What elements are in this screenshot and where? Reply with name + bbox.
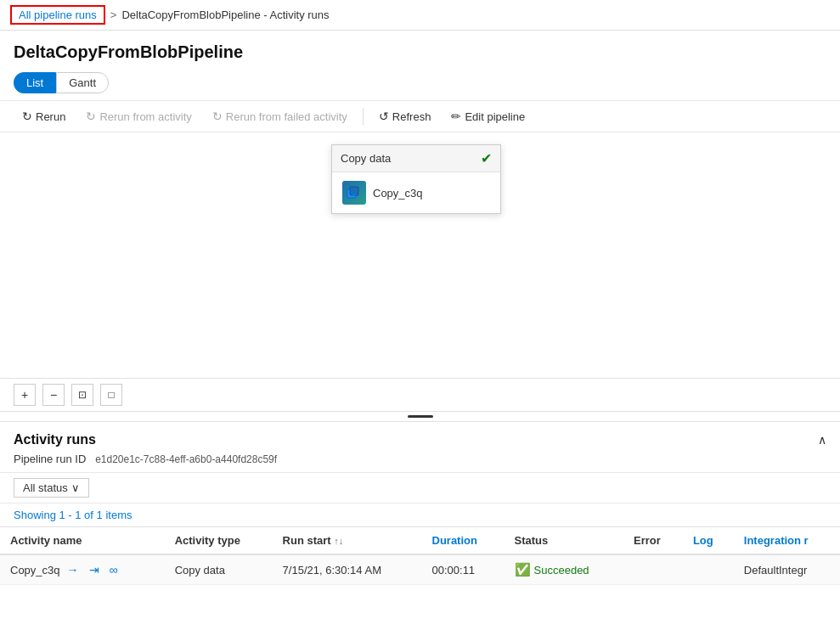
status-filter-label: All status [23,481,68,494]
toolbar: ↻ Rerun ↻ Rerun from activity ↻ Rerun fr… [0,100,840,132]
col-activity-type: Activity type [165,527,273,555]
showing-count: Showing 1 - 1 of 1 items [0,503,840,526]
page-title: DeltaCopyFromBlobPipeline [0,31,840,69]
rerun-failed-icon: ↻ [212,110,223,123]
edit-pipeline-button[interactable]: ✏ Edit pipeline [443,106,533,127]
edit-pipeline-label: Edit pipeline [465,110,525,123]
activity-runs-section: Activity runs ∧ Pipeline run ID e1d20e1c… [0,422,840,585]
rerun-icon: ↻ [22,110,32,123]
cell-log[interactable] [683,554,734,585]
cell-status: ✅ Succeeded [505,554,623,585]
zoom-out-button[interactable]: − [42,384,65,406]
activity-success-icon: ✔ [481,150,492,166]
col-log: Log [683,527,734,555]
cell-integration-runtime: DefaultIntegr [734,554,840,585]
table-body: Copy_c3q → ⇥ ∞ Copy data 7/15/21, 6:30:1… [0,554,840,585]
pipeline-run-id-label: Pipeline run ID [14,453,86,465]
activity-popup-name: Copy_c3q [373,187,423,200]
col-integration-runtime: Integration r [734,527,840,555]
zoom-in-button[interactable]: + [14,384,36,406]
table-row: Copy_c3q → ⇥ ∞ Copy data 7/15/21, 6:30:1… [0,554,840,585]
rerun-from-activity-button[interactable]: ↻ Rerun from activity [77,106,200,127]
activity-runs-header: Activity runs ∧ [0,422,840,451]
breadcrumb-separator: > [110,8,117,21]
toolbar-divider [363,108,364,125]
fit-screen-button[interactable]: ⊡ [71,384,93,406]
refresh-icon: ↺ [379,110,389,123]
cell-run-start: 7/15/21, 6:30:14 AM [273,554,422,585]
cell-error [623,554,683,585]
rerun-activity-icon: ↻ [86,110,96,123]
col-run-start[interactable]: Run start ↑↓ [273,527,422,555]
reset-view-button[interactable]: □ [100,384,122,406]
rerun-button[interactable]: ↻ Rerun [14,106,74,127]
chevron-down-icon: ∨ [71,481,80,494]
gantt-view-button[interactable]: Gantt [56,72,109,93]
col-activity-name: Activity name [0,527,165,555]
breadcrumb-all-runs[interactable]: All pipeline runs [10,5,105,25]
rerun-from-failed-button[interactable]: ↻ Rerun from failed activity [204,106,356,127]
details-icon[interactable]: ∞ [110,563,118,577]
view-toggle: List Gantt [0,69,840,100]
col-error: Error [623,527,683,555]
copy-data-icon [342,181,366,205]
col-duration: Duration [422,527,505,555]
pipeline-run-id-row: Pipeline run ID e1d20e1c-7c88-4eff-a6b0-… [0,451,840,472]
activity-popup-body: Copy_c3q [332,172,500,213]
scroll-bar [408,415,433,418]
collapse-button[interactable]: ∧ [818,433,826,447]
svg-point-2 [352,194,357,196]
rerun-from-activity-label: Rerun from activity [99,110,191,123]
status-filter-dropdown[interactable]: All status ∨ [14,478,89,498]
activity-popup: Copy data ✔ Copy_c3q [331,144,501,214]
list-view-button[interactable]: List [14,72,56,93]
refresh-label: Refresh [392,110,431,123]
output-icon[interactable]: ⇥ [89,563,99,577]
input-icon[interactable]: → [67,563,79,577]
activity-runs-title: Activity runs [14,432,96,447]
breadcrumb-current: DeltaCopyFromBlobPipeline - Activity run… [121,8,329,21]
breadcrumb-bar: All pipeline runs > DeltaCopyFromBlobPip… [0,0,840,31]
activity-table: Activity name Activity type Run start ↑↓… [0,526,840,585]
cell-activity-name: Copy_c3q → ⇥ ∞ [0,554,165,585]
cell-activity-type: Copy data [165,554,273,585]
cell-duration: 00:00:11 [422,554,505,585]
pipeline-run-id-value: e1d20e1c-7c88-4eff-a6b0-a440fd28c59f [95,453,277,465]
sort-icon: ↑↓ [334,536,343,546]
rerun-from-failed-label: Rerun from failed activity [226,110,347,123]
refresh-button[interactable]: ↺ Refresh [370,106,440,127]
rerun-label: Rerun [36,110,65,123]
activity-popup-title: Copy data [341,152,391,165]
edit-icon: ✏ [451,110,461,123]
filter-row: All status ∨ [0,472,840,503]
diagram-area: Copy data ✔ Copy_c3q [0,132,840,379]
scroll-indicator [0,412,840,422]
diagram-controls: + − ⊡ □ [0,379,840,412]
table-header: Activity name Activity type Run start ↑↓… [0,527,840,555]
col-status: Status [505,527,623,555]
activity-popup-header: Copy data ✔ [332,145,500,172]
status-badge: ✅ Succeeded [515,562,589,577]
cell-activity-name-text: Copy_c3q [10,564,60,577]
success-check-icon: ✅ [515,562,531,577]
